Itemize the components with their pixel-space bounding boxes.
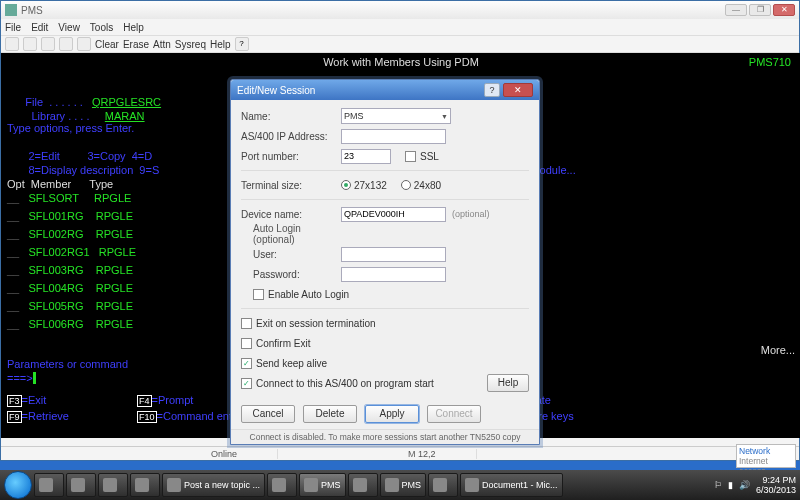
menu-edit[interactable]: Edit (31, 22, 48, 33)
menu-tools[interactable]: Tools (90, 22, 113, 33)
connstart-checkbox[interactable]: ✓ (241, 378, 252, 389)
cmd-prompt: ===> (7, 372, 33, 384)
delete-button[interactable]: Delete (303, 405, 357, 423)
tb-clear[interactable]: Clear (95, 39, 119, 50)
tb-5-icon[interactable] (77, 37, 91, 51)
tray-net-icon[interactable]: ▮ (728, 480, 733, 490)
ip-label: AS/400 IP Address: (241, 131, 341, 142)
taskbar-app-icon (39, 478, 53, 492)
taskbar-item[interactable] (348, 473, 378, 497)
taskbar-item[interactable] (98, 473, 128, 497)
menu-view[interactable]: View (58, 22, 80, 33)
taskbar-app-icon (135, 478, 149, 492)
taskbar-app-icon (433, 478, 447, 492)
tray-sound-icon[interactable]: 🔊 (739, 480, 750, 490)
tsize-label: Terminal size: (241, 180, 341, 191)
taskbar-app-icon (353, 478, 367, 492)
user-input[interactable] (341, 247, 446, 262)
device-input[interactable] (341, 207, 446, 222)
keepalive-checkbox[interactable]: ✓ (241, 358, 252, 369)
taskbar-item[interactable] (130, 473, 160, 497)
confirm-checkbox[interactable] (241, 338, 252, 349)
minimize-button[interactable]: — (725, 4, 747, 16)
enable-autologin-label: Enable Auto Login (268, 289, 349, 300)
dialog-footer-note: Connect is disabled. To make more sessio… (231, 429, 539, 444)
app-icon (5, 4, 17, 16)
connstart-label: Connect to this AS/400 on program start (256, 378, 434, 389)
tb-4-icon[interactable] (59, 37, 73, 51)
dialog-help-button[interactable]: ? (484, 83, 500, 97)
password-label: Password: (241, 269, 341, 280)
fkey-F9[interactable]: F9=Retrieve (7, 409, 69, 424)
ip-input[interactable] (341, 129, 446, 144)
cmd-cursor[interactable] (33, 372, 36, 384)
close-button[interactable]: ✕ (773, 4, 795, 16)
keepalive-label: Send keep alive (256, 358, 327, 369)
status-bar: Online M 12,2 (1, 446, 799, 460)
tsize-27x132-radio[interactable] (341, 180, 351, 190)
menu-file[interactable]: File (5, 22, 21, 33)
taskbar-app-icon (103, 478, 117, 492)
fkey-F3[interactable]: F3=Exit (7, 393, 46, 408)
tb-help[interactable]: Help (210, 39, 231, 50)
tb-1-icon[interactable] (5, 37, 19, 51)
menu-bar: File Edit View Tools Help (1, 19, 799, 35)
status-cursor: M 12,2 (368, 449, 477, 459)
taskbar-item[interactable]: Post a new topic ... (162, 473, 265, 497)
taskbar-item[interactable]: PMS (380, 473, 427, 497)
taskbar-app-icon (167, 478, 181, 492)
taskbar-item[interactable] (267, 473, 297, 497)
tray-flag-icon[interactable]: ⚐ (714, 480, 722, 490)
taskbar-items: Post a new topic ...PMSPMSDocument1 - Mi… (34, 473, 563, 497)
system-tray: ⚐ ▮ 🔊 9:24 PM 6/30/2013 (714, 475, 796, 495)
apply-button[interactable]: Apply (365, 405, 419, 423)
device-label: Device name: (241, 209, 341, 220)
ssl-label: SSL (420, 151, 439, 162)
password-input[interactable] (341, 267, 446, 282)
chevron-down-icon: ▼ (441, 113, 448, 120)
taskbar-app-icon (272, 478, 286, 492)
name-label: Name: (241, 111, 341, 122)
port-input[interactable] (341, 149, 391, 164)
tray-date: 6/30/2013 (756, 485, 796, 495)
taskbar: Post a new topic ...PMSPMSDocument1 - Mi… (0, 470, 800, 500)
status-online: Online (171, 449, 278, 459)
fkey-F4[interactable]: F4=Prompt (137, 393, 193, 408)
dialog-titlebar: Edit/New Session ? ✕ (231, 80, 539, 100)
exit-checkbox[interactable] (241, 318, 252, 329)
taskbar-item[interactable]: PMS (299, 473, 346, 497)
taskbar-item[interactable] (428, 473, 458, 497)
confirm-label: Confirm Exit (256, 338, 310, 349)
start-button[interactable] (4, 471, 32, 499)
cancel-button[interactable]: Cancel (241, 405, 295, 423)
tsize-27x132-label: 27x132 (354, 180, 387, 191)
taskbar-item[interactable] (34, 473, 64, 497)
tsize-24x80-radio[interactable] (401, 180, 411, 190)
name-combo[interactable]: PMS▼ (341, 108, 451, 124)
dialog-title: Edit/New Session (237, 85, 315, 96)
taskbar-app-icon (465, 478, 479, 492)
tb-sysreq[interactable]: Sysreq (175, 39, 206, 50)
ssl-checkbox[interactable] (405, 151, 416, 162)
enable-autologin-checkbox[interactable] (253, 289, 264, 300)
program-id: PMS710 (749, 55, 791, 69)
title-bar: PMS — ❐ ✕ (1, 1, 799, 19)
taskbar-item[interactable]: Document1 - Mic... (460, 473, 563, 497)
menu-help[interactable]: Help (123, 22, 144, 33)
tb-3-icon[interactable] (41, 37, 55, 51)
help-button[interactable]: Help (487, 374, 529, 392)
taskbar-item[interactable] (66, 473, 96, 497)
tb-erase[interactable]: Erase (123, 39, 149, 50)
tb-2-icon[interactable] (23, 37, 37, 51)
connect-button: Connect (427, 405, 481, 423)
toolbar: Clear Erase Attn Sysreq Help ? (1, 35, 799, 53)
maximize-button[interactable]: ❐ (749, 4, 771, 16)
exit-label: Exit on session termination (256, 318, 376, 329)
tray-time: 9:24 PM (756, 475, 796, 485)
tb-help-icon[interactable]: ? (235, 37, 249, 51)
fkey-F10[interactable]: F10=Command entry (137, 409, 241, 424)
session-dialog: Edit/New Session ? ✕ Name: PMS▼ AS/400 I… (230, 79, 540, 445)
taskbar-app-icon (71, 478, 85, 492)
tb-attn[interactable]: Attn (153, 39, 171, 50)
dialog-close-button[interactable]: ✕ (503, 83, 533, 97)
